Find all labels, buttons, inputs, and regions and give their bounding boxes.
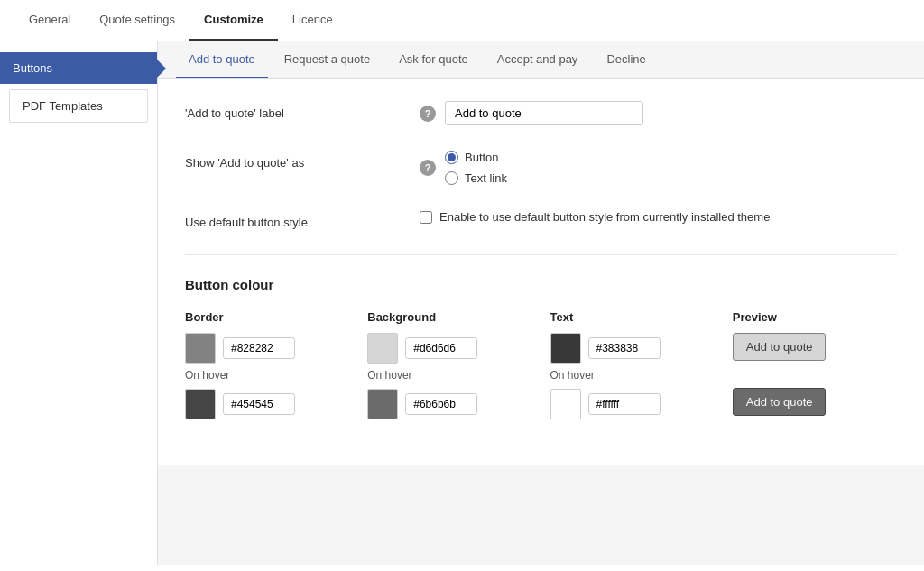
- default-style-label: Use default button style: [185, 210, 420, 229]
- subtab-add-to-quote[interactable]: Add to quote: [176, 41, 268, 78]
- default-style-controls: Enable to use default button style from …: [420, 210, 897, 224]
- border-header: Border: [185, 310, 349, 324]
- text-normal-input[interactable]: [588, 337, 661, 359]
- radio-button-input[interactable]: [445, 151, 458, 164]
- button-colour-section: Button colour Border On hover: [185, 277, 897, 425]
- color-grid-headers: Border On hover Background: [185, 310, 897, 425]
- radio-text-link-label: Text link: [465, 171, 507, 185]
- main-layout: Buttons PDF Templates Add to quote Reque…: [0, 41, 924, 565]
- subtab-ask-for-quote[interactable]: Ask for quote: [386, 41, 481, 78]
- show-as-controls: ? Button Text link: [420, 151, 897, 185]
- border-normal-input[interactable]: [223, 337, 295, 359]
- label-field-label: 'Add to quote' label: [185, 101, 420, 120]
- subtab-decline[interactable]: Decline: [594, 41, 658, 78]
- subtab-request-a-quote[interactable]: Request a quote: [272, 41, 383, 78]
- sidebar: Buttons PDF Templates: [0, 41, 158, 565]
- tab-customize[interactable]: Customize: [189, 0, 278, 41]
- default-style-checkbox[interactable]: [420, 211, 432, 224]
- background-column: Background On hover: [367, 310, 531, 425]
- label-field-controls: ?: [420, 101, 897, 125]
- border-column: Border On hover: [185, 310, 349, 425]
- show-as-label: Show 'Add to quote' as: [185, 151, 420, 170]
- sub-tabs: Add to quote Request a quote Ask for quo…: [158, 41, 924, 79]
- border-hover-label: On hover: [185, 369, 349, 382]
- label-help-icon[interactable]: ?: [420, 106, 436, 122]
- preview-hover-button[interactable]: Add to quote: [733, 388, 827, 416]
- show-as-help-icon[interactable]: ?: [420, 160, 436, 176]
- border-hover-row: [185, 389, 349, 419]
- show-as-row: Show 'Add to quote' as ? Button Text lin…: [185, 151, 897, 185]
- background-normal-row: [367, 333, 531, 364]
- border-normal-swatch[interactable]: [185, 333, 216, 364]
- border-normal-row: [185, 333, 349, 364]
- radio-text-link-option[interactable]: Text link: [445, 171, 507, 185]
- background-hover-row: [367, 389, 531, 419]
- label-text-input[interactable]: [445, 101, 643, 125]
- preview-normal-wrapper: Add to quote: [733, 333, 897, 361]
- default-style-row: Use default button style Enable to use d…: [185, 210, 897, 229]
- show-as-radio-group: Button Text link: [445, 151, 507, 185]
- border-hover-input[interactable]: [223, 393, 295, 415]
- section-divider: [185, 254, 897, 255]
- background-hover-input[interactable]: [405, 393, 477, 415]
- background-header: Background: [367, 310, 531, 324]
- background-hover-label: On hover: [367, 369, 531, 382]
- preview-column: Preview Add to quote Add to quote: [733, 310, 897, 425]
- border-hover-swatch[interactable]: [185, 389, 216, 419]
- preview-normal-button[interactable]: Add to quote: [733, 333, 827, 361]
- preview-spacer: [733, 368, 897, 381]
- tab-licence[interactable]: Licence: [278, 0, 347, 41]
- sidebar-item-buttons[interactable]: Buttons: [0, 52, 157, 84]
- content-area: Add to quote Request a quote Ask for quo…: [158, 41, 924, 565]
- preview-header: Preview: [733, 310, 897, 324]
- text-column: Text On hover: [550, 310, 715, 425]
- tab-quote-settings[interactable]: Quote settings: [85, 0, 189, 41]
- background-normal-input[interactable]: [405, 337, 477, 359]
- button-colour-title: Button colour: [185, 277, 897, 292]
- label-field-row: 'Add to quote' label ?: [185, 101, 897, 125]
- form-area: 'Add to quote' label ? Show 'Add to quot…: [158, 79, 924, 465]
- subtab-accept-and-pay[interactable]: Accept and pay: [485, 41, 591, 78]
- radio-button-label: Button: [465, 151, 499, 164]
- text-normal-row: [550, 333, 715, 364]
- default-style-checkbox-row: Enable to use default button style from …: [420, 210, 770, 224]
- radio-button-option[interactable]: Button: [445, 151, 507, 164]
- text-hover-input[interactable]: [588, 393, 661, 415]
- default-style-checkbox-label: Enable to use default button style from …: [439, 210, 770, 224]
- text-normal-swatch[interactable]: [550, 333, 581, 364]
- text-hover-row: [550, 389, 715, 419]
- top-nav: General Quote settings Customize Licence: [0, 0, 924, 41]
- text-hover-label: On hover: [550, 369, 715, 382]
- background-normal-swatch[interactable]: [367, 333, 398, 364]
- background-hover-swatch[interactable]: [367, 389, 398, 419]
- text-header: Text: [550, 310, 715, 324]
- sidebar-item-pdf-templates[interactable]: PDF Templates: [9, 89, 148, 123]
- tab-general[interactable]: General: [14, 0, 85, 41]
- text-hover-swatch[interactable]: [550, 389, 581, 419]
- preview-hover-wrapper: Add to quote: [733, 388, 897, 416]
- radio-text-link-input[interactable]: [445, 171, 458, 185]
